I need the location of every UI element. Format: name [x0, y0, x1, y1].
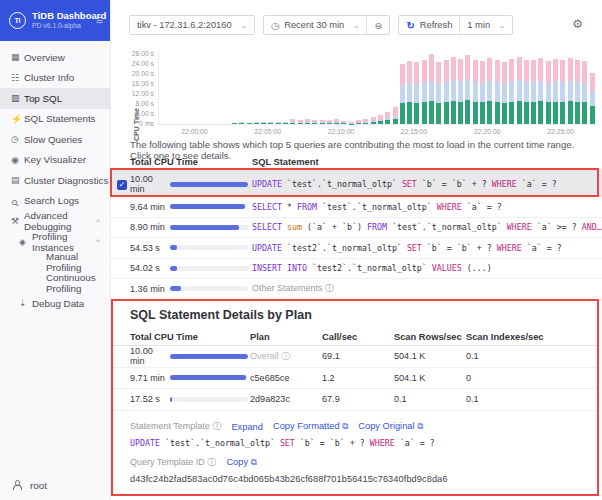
chart-bar-segment: [414, 103, 419, 124]
table-row[interactable]: 54.53 sUPDATE `test2`.`t_normal_oltp` SE…: [111, 238, 602, 259]
sidebar-collapse-icon[interactable]: ☰: [96, 16, 103, 25]
sidebar-item-debug-data[interactable]: ⇣Debug Data: [0, 293, 110, 314]
x-tick-label: 22:20:00: [465, 128, 509, 135]
sql-token: `test`.`t_normal_oltp`: [160, 438, 280, 448]
profiling-instances-icon: ◈: [19, 237, 32, 247]
table-row[interactable]: 9.64 minSELECT * FROM `test`.`t_normal_o…: [111, 197, 602, 218]
chart-bar-segment: [334, 123, 339, 125]
chart-bar: [560, 60, 565, 124]
copy-original-link[interactable]: Copy Original ⧉: [358, 421, 423, 432]
chart-bar-segment: [276, 123, 281, 124]
copy-link[interactable]: Copy ⧉: [226, 457, 256, 468]
details-table-header: Total CPU Time Plan Call/sec Scan Rows/s…: [112, 328, 598, 346]
chart-bar-segment: [451, 101, 456, 124]
top-queries-table: Total CPU Time SQL Statement ✓10.00 minU…: [111, 154, 602, 300]
table-row[interactable]: 54.02 sINSERT INTO `test2`.`t_normal_olt…: [111, 259, 602, 280]
copy-label: Copy: [226, 457, 248, 467]
sidebar-item-sql-statements[interactable]: ⚡SQL Statements: [0, 109, 110, 130]
chart-bar: [458, 59, 463, 124]
chart-bar-segment: [560, 82, 565, 102]
sidebar-item-search-logs[interactable]: ⚲Search Logs: [0, 191, 110, 212]
chart-bar-segment: [487, 58, 492, 81]
overview-icon: ▦: [11, 52, 24, 62]
sql-token: VALUES: [432, 263, 462, 273]
cpu-time-value: 9.71 min: [130, 373, 166, 383]
chart-plot-area[interactable]: [158, 51, 598, 125]
chart-bar-segment: [546, 102, 551, 124]
cpu-time-value: 1.36 min: [130, 284, 166, 294]
sidebar-item-key-visualizer[interactable]: ◉Key Visualizer: [0, 150, 110, 171]
instance-select[interactable]: tikv - 172.31.6.2:20160 ⌄: [129, 15, 255, 35]
chart-bar: [298, 120, 303, 124]
total-cpu-time-cell: 1.36 min: [130, 284, 252, 294]
total-cpu-time-cell: 17.52 s: [130, 394, 250, 404]
sidebar-item-continuous-profiling[interactable]: Continuous Profiling: [0, 273, 110, 294]
chart-bar: [239, 122, 244, 124]
refresh-group: ↻ Refresh 1 min ⌄: [398, 15, 513, 35]
zoom-out-button[interactable]: ⊖: [366, 16, 389, 34]
cpu-time-value: 54.53 s: [130, 243, 166, 253]
collapse-chevron-icon[interactable]: ^: [96, 217, 100, 226]
total-cpu-time-cell: 10.00 min: [130, 174, 252, 194]
chart-bar-segment: [327, 123, 332, 124]
cpu-time-value: 10.00 min: [130, 346, 166, 366]
chart-bar-segment: [268, 123, 273, 124]
x-tick-label: 22:05:00: [246, 128, 290, 135]
chart-bar-segment: [487, 81, 492, 101]
sidebar-item-cluster-diagnostics[interactable]: ▤Cluster Diagnostics: [0, 170, 110, 191]
time-range-value: Recent 30 min: [284, 20, 344, 30]
sql-token: *: [282, 202, 297, 212]
chart-bar: [429, 54, 434, 124]
y-tick-label: 4.00 s: [111, 110, 154, 117]
table-row[interactable]: 1.36 minOther Statements ⓘ: [111, 279, 602, 300]
sidebar-item-advanced-debugging[interactable]: ⚒Advanced Debugging^: [0, 211, 110, 232]
chart-bar: [290, 119, 295, 124]
chart-bar-segment: [553, 102, 558, 124]
sql-token: WHERE: [492, 179, 517, 189]
sidebar-item-manual-profiling[interactable]: Manual Profiling: [0, 252, 110, 273]
chart-bar-segment: [538, 101, 543, 124]
statement-template-label: Statement Template ⓘ: [130, 420, 221, 433]
chart-bar-segment: [473, 102, 478, 124]
plan-row[interactable]: 17.52 s2d9a823c67.90.10.1: [112, 389, 598, 411]
chart-bar-segment: [590, 106, 595, 124]
chart-bar: [400, 64, 405, 124]
total-cpu-time-cell: 9.64 min: [130, 202, 252, 212]
chart-bar: [553, 59, 558, 124]
chart-bar: [276, 122, 281, 124]
collapse-chevron-icon[interactable]: ^: [96, 237, 100, 246]
chart-bar-segment: [444, 82, 449, 102]
sidebar-item-profiling-instances[interactable]: ◈Profiling Instances^: [0, 232, 110, 253]
time-range-select[interactable]: ◷ Recent 30 min ⌄: [264, 16, 367, 34]
chart-bar-segment: [575, 60, 580, 82]
column-call-sec: Call/sec: [322, 332, 394, 342]
sidebar-item-top-sql[interactable]: ▥Top SQL: [0, 88, 110, 109]
sidebar-item-label: Key Visualizer: [24, 154, 86, 165]
refresh-button[interactable]: ↻ Refresh: [399, 16, 459, 34]
sql-token: `test`.`t_normal_oltp`: [387, 222, 507, 232]
settings-gear-icon[interactable]: ⚙: [572, 17, 583, 31]
y-tick-label: 8.00 s: [111, 100, 154, 107]
chart-bar-segment: [283, 123, 288, 125]
y-tick-label: 16.00 s: [111, 80, 154, 87]
plan-row[interactable]: 10.00 minOverall ⓘ69.1504.1 K0.1: [112, 346, 598, 368]
chart-bar-segment: [385, 120, 390, 124]
table-row[interactable]: ✓10.00 minUPDATE `test`.`t_normal_oltp` …: [111, 171, 602, 197]
sql-token: SELECT: [252, 222, 282, 232]
expand-link[interactable]: Expand: [231, 422, 263, 432]
row-checkbox[interactable]: ✓: [117, 180, 127, 190]
plan-row[interactable]: 9.71 minc5e685ce1.2504.1 K0: [112, 368, 598, 390]
column-sql-statement: SQL Statement: [252, 157, 602, 167]
sidebar-item-cluster-info[interactable]: ☷Cluster Info: [0, 68, 110, 89]
sidebar-item-overview[interactable]: ▦Overview: [0, 47, 110, 68]
copy-formatted-link[interactable]: Copy Formatted ⧉: [273, 421, 348, 432]
user-menu[interactable]: root: [0, 470, 110, 500]
chart-bar: [495, 60, 500, 124]
call-sec-cell: 67.9: [322, 394, 394, 404]
column-total-cpu-time: Total CPU Time: [130, 157, 252, 167]
chart-bar-segment: [414, 62, 419, 83]
table-row[interactable]: 8.90 minSELECT sum (`a` + `b`) FROM `tes…: [111, 218, 602, 239]
chart-bar: [341, 121, 346, 124]
sidebar-item-slow-queries[interactable]: ◷Slow Queries: [0, 129, 110, 150]
refresh-interval-select[interactable]: 1 min ⌄: [459, 16, 512, 34]
